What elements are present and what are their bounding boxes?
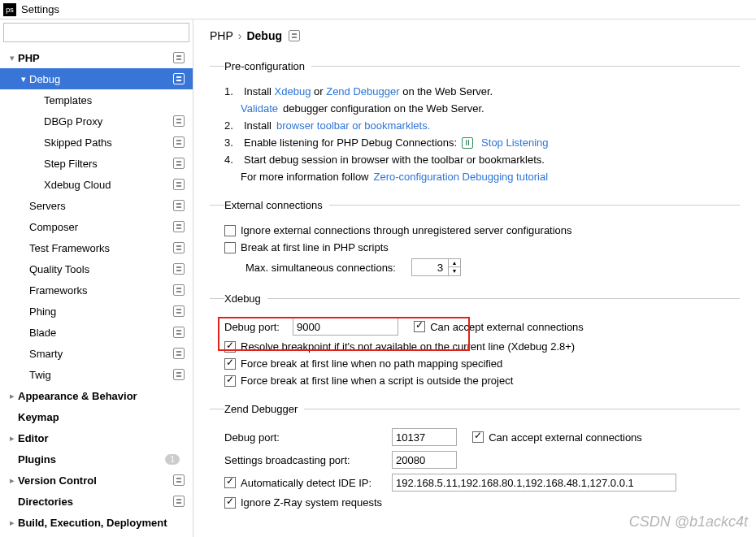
tree-item-version-control[interactable]: ▸Version Control <box>0 470 193 491</box>
tree-item-twig[interactable]: Twig <box>0 364 193 385</box>
tree-item-phing[interactable]: Phing <box>0 301 193 322</box>
preconfig-legend: Pre-configuration <box>224 60 311 72</box>
tree-item-label: Editor <box>18 432 185 444</box>
project-icon <box>173 496 185 507</box>
xdebug-port-input[interactable] <box>293 318 398 336</box>
xdebug-legend: Xdebug <box>224 292 267 305</box>
ignore-external-checkbox[interactable] <box>224 225 236 236</box>
tree-item-frameworks[interactable]: Frameworks <box>0 279 193 301</box>
project-icon <box>289 30 300 41</box>
tree-item-label: Appearance & Behavior <box>18 390 185 402</box>
zend-debugger-link[interactable]: Zend Debugger <box>326 85 399 97</box>
tree-item-label: Keymap <box>18 411 185 423</box>
expand-icon[interactable]: ▸ <box>7 518 18 528</box>
tree-item-templates[interactable]: Templates <box>0 89 193 110</box>
app-icon: ps <box>3 3 16 16</box>
tree-item-directories[interactable]: Directories <box>0 491 193 512</box>
tree-item-label: Step Filters <box>44 158 173 170</box>
tree-item-blade[interactable]: Blade <box>0 322 193 343</box>
resolve-breakpoint-checkbox[interactable] <box>224 341 236 353</box>
stop-listening-link[interactable]: Stop Listening <box>481 136 548 149</box>
xdebug-section: Xdebug Debug port: Can accept external c… <box>210 292 740 392</box>
tree-item-languages-frameworks[interactable]: ▸Languages & Frameworks <box>0 533 193 537</box>
tree-item-label: Quality Tools <box>29 263 173 275</box>
zend-bc-input[interactable] <box>392 451 457 469</box>
expand-icon[interactable]: ▸ <box>7 433 18 444</box>
max-conn-input[interactable] <box>411 258 449 276</box>
tree-item-label: Composer <box>29 221 173 233</box>
toolbar-link[interactable]: browser toolbar or bookmarklets. <box>276 119 430 132</box>
project-icon <box>173 115 185 127</box>
tree-item-label: PHP <box>18 52 173 64</box>
spinner-up-icon[interactable]: ▴ <box>449 259 460 267</box>
tree-item-editor[interactable]: ▸Editor <box>0 427 193 448</box>
tree-item-label: Blade <box>29 327 173 339</box>
project-icon <box>173 474 185 486</box>
zend-port-input[interactable] <box>392 428 457 446</box>
zend-port-label: Debug port: <box>224 431 387 444</box>
tree-item-step-filters[interactable]: Step Filters <box>0 153 193 174</box>
validate-link[interactable]: Validate <box>241 102 278 115</box>
tree-item-label: Frameworks <box>29 284 173 297</box>
badge: 1 <box>165 454 180 465</box>
tree-item-label: Smarty <box>29 348 173 360</box>
project-icon <box>173 284 185 296</box>
tree-item-quality-tools[interactable]: Quality Tools <box>0 258 193 279</box>
tree-item-dbgp-proxy[interactable]: DBGp Proxy <box>0 110 193 132</box>
sidebar: 🔍 ▾PHP▾DebugTemplatesDBGp ProxySkipped P… <box>0 19 193 537</box>
external-connections-section: External connections Ignore external con… <box>210 199 740 281</box>
tree-item-label: Skipped Paths <box>44 136 173 149</box>
tree-item-php[interactable]: ▾PHP <box>0 47 193 68</box>
zeroconf-link[interactable]: Zero-configuration Debugging tutorial <box>374 171 549 183</box>
project-icon <box>173 263 185 275</box>
tree-item-composer[interactable]: Composer <box>0 216 193 237</box>
tree-item-label: Plugins <box>18 453 165 466</box>
tree-item-label: Debug <box>29 73 173 85</box>
tree-item-appearance-behavior[interactable]: ▸Appearance & Behavior <box>0 385 193 406</box>
spinner-down-icon[interactable]: ▾ <box>449 267 460 275</box>
tree-item-label: Phing <box>29 305 173 318</box>
tree-item-test-frameworks[interactable]: Test Frameworks <box>0 237 193 258</box>
ignore-zray-checkbox[interactable] <box>224 497 236 509</box>
tree-item-build-execution-deployment[interactable]: ▸Build, Execution, Deployment <box>0 512 193 533</box>
ide-ip-input[interactable] <box>392 474 676 492</box>
force-break-outside-checkbox[interactable] <box>224 375 236 387</box>
expand-icon[interactable]: ▾ <box>18 74 29 84</box>
xdebug-port-label: Debug port: <box>224 321 288 333</box>
expand-icon[interactable]: ▸ <box>7 475 18 486</box>
break-first-line-checkbox[interactable] <box>224 242 236 253</box>
project-icon <box>173 73 185 84</box>
expand-icon[interactable]: ▸ <box>7 391 18 401</box>
force-break-nopath-checkbox[interactable] <box>224 358 236 370</box>
zend-accept-checkbox[interactable] <box>472 431 484 443</box>
tree-item-skipped-paths[interactable]: Skipped Paths <box>0 132 193 153</box>
project-icon <box>173 242 185 253</box>
tree-item-keymap[interactable]: Keymap <box>0 406 193 427</box>
tree-item-label: Templates <box>44 94 185 106</box>
ext-legend: External connections <box>224 199 329 211</box>
project-icon <box>173 327 185 338</box>
expand-icon[interactable]: ▾ <box>7 53 18 63</box>
tree-item-label: Version Control <box>18 474 173 487</box>
window-title: Settings <box>21 3 59 15</box>
max-conn-spinner[interactable]: ▴▾ <box>411 258 461 276</box>
auto-detect-ip-checkbox[interactable] <box>224 477 236 488</box>
zend-bc-label: Settings broadcasting port: <box>224 454 387 466</box>
main-panel: PHP › Debug Pre-configuration 1. Install… <box>193 19 756 537</box>
tree-item-xdebug-cloud[interactable]: Xdebug Cloud <box>0 174 193 195</box>
search-input[interactable] <box>3 23 189 42</box>
project-icon <box>173 179 185 190</box>
tree-item-smarty[interactable]: Smarty <box>0 343 193 364</box>
tree-item-label: DBGp Proxy <box>44 115 173 128</box>
tree-item-debug[interactable]: ▾Debug <box>0 68 193 89</box>
tree-item-label: Build, Execution, Deployment <box>18 517 185 529</box>
tree-item-plugins[interactable]: Plugins1 <box>0 448 193 470</box>
tree-item-label: Xdebug Cloud <box>44 179 173 191</box>
zend-section: Zend Debugger Debug port: Can accept ext… <box>210 403 740 513</box>
xdebug-accept-checkbox[interactable] <box>414 321 425 332</box>
breadcrumb-root[interactable]: PHP <box>210 29 233 42</box>
listen-icon: ⏸ <box>462 137 473 149</box>
settings-tree[interactable]: ▾PHP▾DebugTemplatesDBGp ProxySkipped Pat… <box>0 47 193 537</box>
xdebug-link[interactable]: Xdebug <box>275 85 311 97</box>
tree-item-servers[interactable]: Servers <box>0 195 193 216</box>
